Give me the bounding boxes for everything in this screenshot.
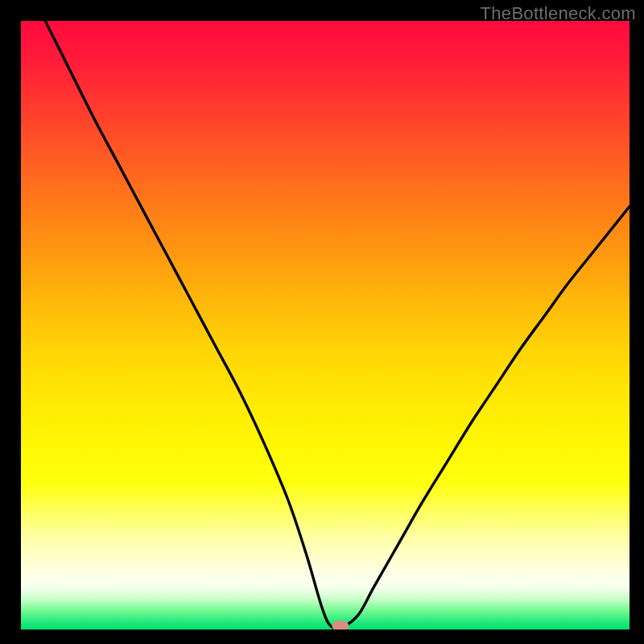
- watermark-text: TheBottleneck.com: [481, 3, 636, 24]
- svg-point-0: [332, 621, 349, 630]
- plot-area: [21, 21, 630, 630]
- optimum-marker: [21, 21, 630, 630]
- chart-frame: TheBottleneck.com: [0, 0, 644, 644]
